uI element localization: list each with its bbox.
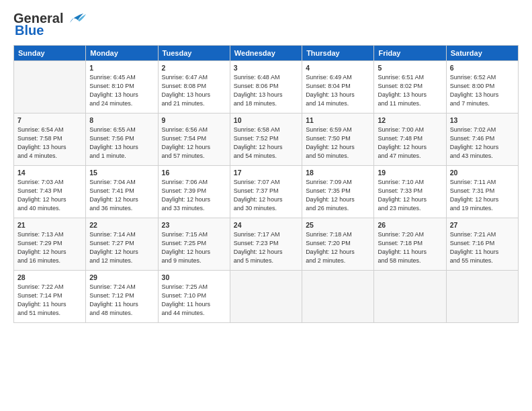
day-info: Sunrise: 7:21 AM Sunset: 7:16 PM Dayligh… <box>450 230 515 265</box>
week-row-4: 21Sunrise: 7:13 AM Sunset: 7:29 PM Dayli… <box>14 218 519 271</box>
calendar-cell: 27Sunrise: 7:21 AM Sunset: 7:16 PM Dayli… <box>446 218 518 271</box>
calendar-cell: 28Sunrise: 7:22 AM Sunset: 7:14 PM Dayli… <box>14 271 86 323</box>
day-info: Sunrise: 6:51 AM Sunset: 8:02 PM Dayligh… <box>378 73 442 108</box>
col-header-friday: Friday <box>374 46 446 61</box>
day-info: Sunrise: 7:20 AM Sunset: 7:18 PM Dayligh… <box>378 230 442 265</box>
logo-blue: Blue <box>15 23 44 38</box>
calendar-cell: 25Sunrise: 7:18 AM Sunset: 7:20 PM Dayli… <box>302 218 374 271</box>
day-number: 9 <box>162 116 226 124</box>
calendar-cell <box>446 271 518 323</box>
col-header-saturday: Saturday <box>446 46 518 61</box>
day-number: 3 <box>234 64 298 72</box>
day-number: 14 <box>17 169 82 177</box>
col-header-monday: Monday <box>86 46 158 61</box>
day-info: Sunrise: 7:03 AM Sunset: 7:43 PM Dayligh… <box>17 178 82 213</box>
day-info: Sunrise: 7:22 AM Sunset: 7:14 PM Dayligh… <box>17 283 82 318</box>
calendar-cell: 7Sunrise: 6:54 AM Sunset: 7:58 PM Daylig… <box>14 113 86 166</box>
day-number: 24 <box>234 221 298 229</box>
calendar-cell: 26Sunrise: 7:20 AM Sunset: 7:18 PM Dayli… <box>374 218 446 271</box>
day-number: 30 <box>162 273 226 281</box>
day-number: 29 <box>89 273 154 281</box>
col-header-tuesday: Tuesday <box>158 46 230 61</box>
day-number: 28 <box>17 273 82 281</box>
week-row-1: 1Sunrise: 6:45 AM Sunset: 8:10 PM Daylig… <box>14 61 519 113</box>
day-number: 12 <box>378 116 442 124</box>
day-info: Sunrise: 6:52 AM Sunset: 8:00 PM Dayligh… <box>450 73 515 108</box>
calendar-cell: 16Sunrise: 7:06 AM Sunset: 7:39 PM Dayli… <box>158 166 230 218</box>
day-number: 19 <box>378 169 442 177</box>
calendar-cell: 17Sunrise: 7:07 AM Sunset: 7:37 PM Dayli… <box>230 166 302 218</box>
calendar-cell <box>302 271 374 323</box>
day-number: 1 <box>89 64 154 72</box>
day-info: Sunrise: 7:04 AM Sunset: 7:41 PM Dayligh… <box>89 178 154 213</box>
calendar-cell: 30Sunrise: 7:25 AM Sunset: 7:10 PM Dayli… <box>158 271 230 323</box>
calendar-cell: 8Sunrise: 6:55 AM Sunset: 7:56 PM Daylig… <box>86 113 158 166</box>
day-number: 25 <box>306 221 370 229</box>
day-number: 20 <box>450 169 515 177</box>
col-header-thursday: Thursday <box>302 46 374 61</box>
calendar-cell: 18Sunrise: 7:09 AM Sunset: 7:35 PM Dayli… <box>302 166 374 218</box>
week-row-2: 7Sunrise: 6:54 AM Sunset: 7:58 PM Daylig… <box>14 113 519 166</box>
day-number: 17 <box>234 169 298 177</box>
day-info: Sunrise: 7:25 AM Sunset: 7:10 PM Dayligh… <box>162 283 226 318</box>
calendar-cell: 24Sunrise: 7:17 AM Sunset: 7:23 PM Dayli… <box>230 218 302 271</box>
calendar-cell: 1Sunrise: 6:45 AM Sunset: 8:10 PM Daylig… <box>86 61 158 113</box>
day-number: 15 <box>89 169 154 177</box>
day-number: 8 <box>89 116 154 124</box>
calendar-cell: 5Sunrise: 6:51 AM Sunset: 8:02 PM Daylig… <box>374 61 446 113</box>
day-number: 10 <box>234 116 298 124</box>
day-number: 11 <box>306 116 370 124</box>
day-info: Sunrise: 7:06 AM Sunset: 7:39 PM Dayligh… <box>162 178 226 213</box>
calendar-cell: 22Sunrise: 7:14 AM Sunset: 7:27 PM Dayli… <box>86 218 158 271</box>
calendar-table: SundayMondayTuesdayWednesdayThursdayFrid… <box>13 45 519 323</box>
day-info: Sunrise: 6:59 AM Sunset: 7:50 PM Dayligh… <box>306 126 370 161</box>
calendar-cell: 6Sunrise: 6:52 AM Sunset: 8:00 PM Daylig… <box>446 61 518 113</box>
day-number: 16 <box>162 169 226 177</box>
day-info: Sunrise: 7:09 AM Sunset: 7:35 PM Dayligh… <box>306 178 370 213</box>
day-number: 6 <box>450 64 515 72</box>
day-number: 5 <box>378 64 442 72</box>
calendar-cell <box>14 61 86 113</box>
calendar-cell: 12Sunrise: 7:00 AM Sunset: 7:48 PM Dayli… <box>374 113 446 166</box>
logo-bird-icon <box>64 11 86 26</box>
day-info: Sunrise: 6:48 AM Sunset: 8:06 PM Dayligh… <box>234 73 298 108</box>
header: General Blue <box>13 11 519 38</box>
day-number: 27 <box>450 221 515 229</box>
calendar-cell <box>374 271 446 323</box>
calendar-page: General Blue SundayMondayTuesdayWednesda… <box>0 0 532 411</box>
day-info: Sunrise: 6:49 AM Sunset: 8:04 PM Dayligh… <box>306 73 370 108</box>
day-number: 21 <box>17 221 82 229</box>
day-info: Sunrise: 7:15 AM Sunset: 7:25 PM Dayligh… <box>162 230 226 265</box>
calendar-header-row: SundayMondayTuesdayWednesdayThursdayFrid… <box>14 46 519 61</box>
calendar-cell: 11Sunrise: 6:59 AM Sunset: 7:50 PM Dayli… <box>302 113 374 166</box>
day-info: Sunrise: 6:58 AM Sunset: 7:52 PM Dayligh… <box>234 126 298 161</box>
calendar-cell: 2Sunrise: 6:47 AM Sunset: 8:08 PM Daylig… <box>158 61 230 113</box>
calendar-cell: 29Sunrise: 7:24 AM Sunset: 7:12 PM Dayli… <box>86 271 158 323</box>
day-info: Sunrise: 7:18 AM Sunset: 7:20 PM Dayligh… <box>306 230 370 265</box>
calendar-cell: 15Sunrise: 7:04 AM Sunset: 7:41 PM Dayli… <box>86 166 158 218</box>
day-info: Sunrise: 6:47 AM Sunset: 8:08 PM Dayligh… <box>162 73 226 108</box>
week-row-3: 14Sunrise: 7:03 AM Sunset: 7:43 PM Dayli… <box>14 166 519 218</box>
day-info: Sunrise: 7:13 AM Sunset: 7:29 PM Dayligh… <box>17 230 82 265</box>
calendar-cell: 14Sunrise: 7:03 AM Sunset: 7:43 PM Dayli… <box>14 166 86 218</box>
day-info: Sunrise: 6:56 AM Sunset: 7:54 PM Dayligh… <box>162 126 226 161</box>
logo: General Blue <box>13 11 86 38</box>
day-number: 23 <box>162 221 226 229</box>
calendar-cell: 10Sunrise: 6:58 AM Sunset: 7:52 PM Dayli… <box>230 113 302 166</box>
calendar-cell: 21Sunrise: 7:13 AM Sunset: 7:29 PM Dayli… <box>14 218 86 271</box>
day-number: 22 <box>89 221 154 229</box>
day-info: Sunrise: 7:00 AM Sunset: 7:48 PM Dayligh… <box>378 126 442 161</box>
day-info: Sunrise: 7:17 AM Sunset: 7:23 PM Dayligh… <box>234 230 298 265</box>
week-row-5: 28Sunrise: 7:22 AM Sunset: 7:14 PM Dayli… <box>14 271 519 323</box>
day-info: Sunrise: 7:02 AM Sunset: 7:46 PM Dayligh… <box>450 126 515 161</box>
day-info: Sunrise: 7:11 AM Sunset: 7:31 PM Dayligh… <box>450 178 515 213</box>
calendar-cell: 20Sunrise: 7:11 AM Sunset: 7:31 PM Dayli… <box>446 166 518 218</box>
day-info: Sunrise: 7:10 AM Sunset: 7:33 PM Dayligh… <box>378 178 442 213</box>
day-number: 13 <box>450 116 515 124</box>
day-info: Sunrise: 7:24 AM Sunset: 7:12 PM Dayligh… <box>89 283 154 318</box>
col-header-sunday: Sunday <box>14 46 86 61</box>
day-info: Sunrise: 6:55 AM Sunset: 7:56 PM Dayligh… <box>89 126 154 161</box>
day-number: 4 <box>306 64 370 72</box>
day-number: 26 <box>378 221 442 229</box>
day-info: Sunrise: 7:14 AM Sunset: 7:27 PM Dayligh… <box>89 230 154 265</box>
